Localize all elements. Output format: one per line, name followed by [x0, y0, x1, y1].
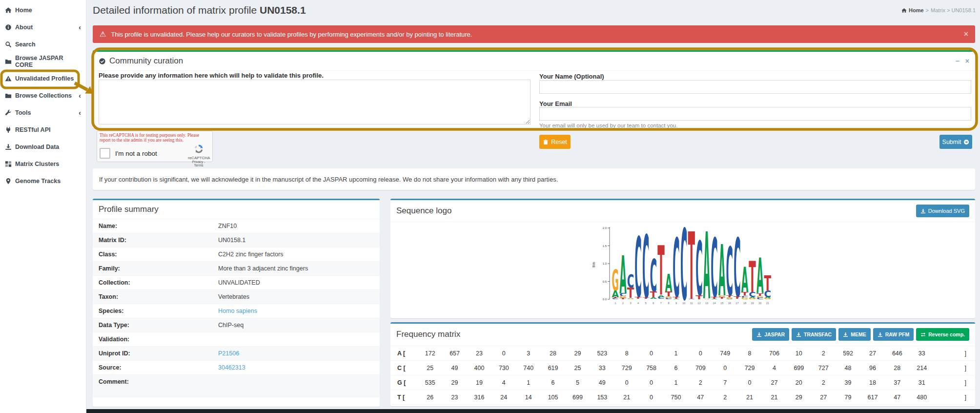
home-icon — [5, 7, 12, 14]
download-icon — [920, 208, 926, 214]
matrix-cell: 23 — [467, 350, 491, 357]
email-field[interactable] — [539, 107, 971, 121]
reset-button[interactable]: Reset — [539, 135, 571, 149]
jaspar-button[interactable]: JASPAR — [752, 328, 789, 341]
recaptcha-brand: reCAPTCHA Privacy - Terms — [188, 144, 209, 167]
table-row: Data Type:ChIP-seq — [93, 318, 380, 332]
matrix-cell: 535 — [418, 379, 442, 386]
svg-text:A: A — [711, 298, 718, 299]
profile-field-label: Class: — [93, 248, 212, 262]
profile-field-value: UN0158.1 — [212, 233, 380, 248]
matrix-cell: 28 — [885, 365, 909, 372]
acknowledgment-panel: If your contribution is significant, we … — [93, 168, 975, 190]
sidebar-item-browse-collections[interactable]: Browse Collections‹ — [0, 87, 86, 104]
svg-text:A: A — [703, 226, 710, 308]
sidebar-item-search[interactable]: Search — [0, 36, 86, 53]
recaptcha-checkbox[interactable] — [100, 148, 110, 159]
breadcrumb-home-link[interactable]: Home — [909, 7, 924, 13]
trash-icon — [543, 139, 549, 145]
profile-field-value: C2H2 zinc finger factors — [212, 248, 380, 262]
sidebar-item-tools[interactable]: Tools‹ — [0, 104, 86, 121]
sidebar-item-genome-tracks[interactable]: Genome Tracks — [0, 172, 86, 189]
svg-text:G: G — [741, 297, 748, 300]
download-svg-button[interactable]: Download SVG — [916, 205, 969, 217]
frequency-matrix-panel: Frequency matrix JASPARTRANSFACMEMERAW P… — [390, 322, 975, 406]
matrix-row-label: A [ — [397, 350, 418, 357]
meme-button[interactable]: MEME — [838, 328, 871, 341]
sidebar-item-home[interactable]: Home — [0, 1, 86, 19]
matrix-cell: 730 — [491, 365, 516, 372]
submit-button[interactable]: Submit — [939, 135, 972, 149]
profile-field-value — [212, 332, 380, 347]
reverse-comp--button[interactable]: Reverse comp. — [916, 328, 969, 341]
matrix-cell: 19 — [467, 379, 491, 386]
raw-pfm-button[interactable]: RAW PFM — [873, 328, 914, 341]
recaptcha-logo-icon — [194, 147, 204, 155]
matrix-row-A: A [1726572303282952380107498706102592276… — [390, 346, 975, 361]
sidebar-item-label: About — [15, 24, 33, 31]
matrix-cell: 14 — [516, 394, 541, 401]
name-field[interactable] — [539, 80, 971, 94]
svg-text:4: 4 — [637, 302, 639, 305]
sequence-logo-title: Sequence logo — [396, 206, 451, 216]
minimize-icon[interactable]: − — [956, 58, 960, 64]
folder-icon — [5, 92, 12, 99]
svg-text:20: 20 — [758, 302, 761, 305]
matrix-cell: 0 — [639, 379, 663, 386]
svg-text:C: C — [734, 226, 741, 308]
recaptcha-label: I'm not a robot — [115, 150, 157, 157]
arrow-circle-right-icon — [963, 139, 969, 145]
matrix-cell: 48 — [836, 365, 860, 372]
sidebar-item-browse-jaspar-core[interactable]: Browse JASPAR CORE — [0, 53, 86, 70]
recaptcha-privacy-terms[interactable]: Privacy - Terms — [188, 160, 209, 167]
matrix-cell: 21 — [614, 394, 639, 401]
table-row: Validation: — [93, 332, 380, 347]
svg-text:T: T — [634, 296, 642, 299]
matrix-cell: 5 — [565, 379, 590, 386]
sidebar-item-restful-api[interactable]: RESTful API — [0, 121, 86, 138]
svg-text:3: 3 — [630, 302, 631, 305]
svg-text:C: C — [634, 226, 642, 308]
download-icon — [878, 332, 883, 337]
matrix-cell: 1 — [664, 350, 688, 357]
sidebar-item-download-data[interactable]: Download Data — [0, 138, 86, 155]
profile-value-link[interactable]: P21506 — [218, 350, 239, 357]
profile-field-label: Data Type: — [93, 318, 212, 332]
transfac-button[interactable]: TRANSFAC — [792, 328, 836, 341]
sidebar-item-matrix-clusters[interactable]: Matrix Clusters — [0, 155, 86, 172]
close-icon[interactable]: × — [964, 30, 968, 39]
breadcrumb-separator: > — [926, 7, 929, 13]
matrix-cell: 96 — [860, 365, 885, 372]
svg-text:9: 9 — [675, 302, 677, 305]
check-circle-icon — [99, 58, 106, 65]
close-icon[interactable]: × — [965, 58, 969, 64]
matrix-row-close: ] — [934, 394, 968, 401]
curation-info-textarea[interactable] — [99, 80, 531, 124]
profile-field-value: ZNF10 — [212, 219, 380, 233]
profile-value-link[interactable]: 30462313 — [218, 364, 245, 371]
sidebar-item-label: Browse JASPAR CORE — [15, 55, 81, 68]
matrix-cell: 316 — [467, 394, 491, 401]
svg-text:G: G — [749, 298, 756, 300]
map-marker-icon — [5, 178, 12, 185]
matrix-cell: 0 — [491, 350, 516, 357]
matrix-row-label: T [ — [397, 394, 418, 401]
table-row: Comment: — [93, 375, 380, 397]
svg-text:C: C — [665, 298, 672, 299]
matrix-row-label: G [ — [397, 379, 418, 386]
matrix-cell: 657 — [442, 350, 467, 357]
breadcrumb-trail: Matrix > UN0158.1 — [931, 7, 976, 13]
svg-text:Bits: Bits — [592, 262, 595, 268]
svg-text:18: 18 — [743, 302, 746, 305]
svg-text:6: 6 — [653, 302, 654, 305]
svg-text:11: 11 — [690, 302, 693, 305]
svg-text:G: G — [764, 298, 771, 299]
matrix-cell: 49 — [590, 379, 614, 386]
matrix-cell: 10 — [787, 350, 811, 357]
svg-text:1.5: 1.5 — [602, 245, 607, 248]
profile-value-link[interactable]: Homo sapiens — [218, 308, 257, 314]
sidebar-item-about[interactable]: About‹ — [0, 19, 86, 36]
matrix-cell: 25 — [565, 365, 590, 372]
matrix-cell: 25 — [418, 365, 442, 372]
sidebar-item-unvalidated-profiles[interactable]: Unvalidated Profiles — [0, 70, 86, 87]
